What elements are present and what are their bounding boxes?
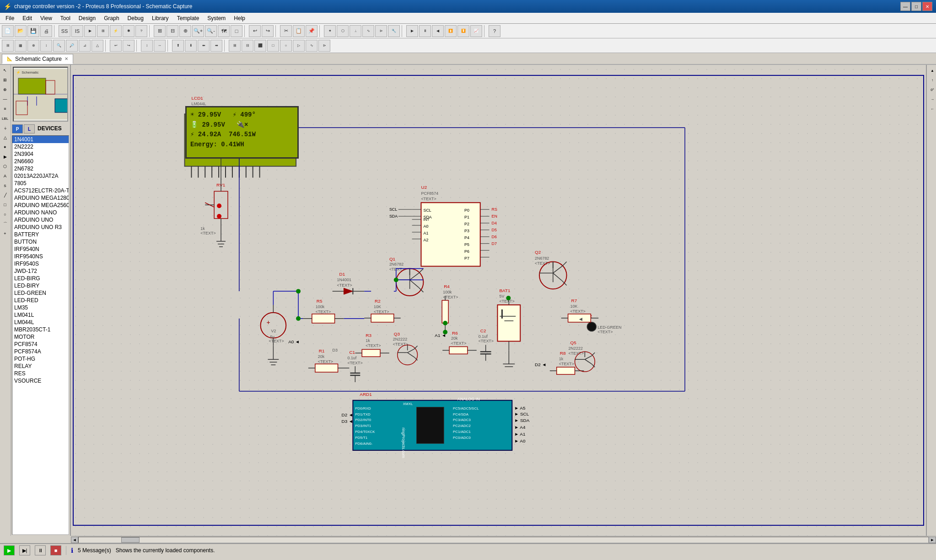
tool-btn4[interactable]: ⊞ bbox=[97, 25, 109, 37]
device-IRF9540NS[interactable]: IRF9540NS bbox=[12, 253, 69, 260]
sim-btn6[interactable]: 📈 bbox=[470, 25, 482, 37]
text-tool[interactable]: A bbox=[0, 171, 10, 181]
menu-graph[interactable]: Graph bbox=[100, 14, 123, 22]
t2-btn1[interactable]: ⊞ bbox=[2, 40, 14, 52]
t2-btn10[interactable]: ↪ bbox=[123, 40, 134, 52]
redo-btn[interactable]: ↪ bbox=[262, 25, 274, 37]
device-ACS712[interactable]: ACS712ELCTR-20A-T bbox=[12, 187, 69, 194]
play-button[interactable]: ▶ bbox=[4, 545, 15, 555]
device-tab-p[interactable]: P bbox=[12, 124, 23, 133]
device-MOTOR[interactable]: MOTOR bbox=[12, 333, 69, 341]
device-LEDBIRG[interactable]: LED-BIRG bbox=[12, 275, 69, 282]
menu-system[interactable]: System bbox=[204, 14, 229, 22]
right-tool-1[interactable]: ▲ bbox=[928, 66, 936, 75]
t2-btn12[interactable]: ↔ bbox=[154, 40, 166, 52]
bottom-scrollbar[interactable]: ◄ ► bbox=[71, 536, 936, 543]
minimize-button[interactable]: — bbox=[900, 2, 910, 11]
right-tool-5[interactable]: ← bbox=[928, 104, 936, 113]
right-tool-2[interactable]: ↑ bbox=[928, 75, 936, 85]
schematic-capture-tab[interactable]: 📐 Schematic Capture ✕ bbox=[2, 54, 73, 64]
t2-btn7[interactable]: ⊿ bbox=[79, 40, 91, 52]
tool-btn10[interactable]: ⬡ bbox=[337, 25, 349, 37]
right-tool-3[interactable]: 0° bbox=[928, 85, 936, 94]
device-POTHG[interactable]: POT-HG bbox=[12, 355, 69, 363]
menu-view[interactable]: View bbox=[37, 14, 56, 22]
sim-btn3[interactable]: ◀ bbox=[432, 25, 444, 37]
menu-template[interactable]: Template bbox=[173, 14, 203, 22]
device-ANANO[interactable]: ARDUINO NANO bbox=[12, 209, 69, 216]
open-btn[interactable]: 📂 bbox=[15, 25, 27, 37]
device-PCF8574[interactable]: PCF8574 bbox=[12, 341, 69, 348]
device-2N2222[interactable]: 2N2222 bbox=[12, 143, 69, 150]
ss-btn[interactable]: SS bbox=[59, 25, 70, 37]
device-RELAY[interactable]: RELAY bbox=[12, 363, 69, 370]
device-RES[interactable]: RES bbox=[12, 370, 69, 377]
script-tool[interactable]: S bbox=[0, 181, 10, 190]
menu-debug[interactable]: Debug bbox=[124, 14, 147, 22]
tool-btn3[interactable]: ▶ bbox=[84, 25, 96, 37]
zoom-box-btn[interactable]: □ bbox=[231, 25, 242, 37]
scroll-right-btn[interactable]: ► bbox=[929, 537, 936, 543]
sim-btn1[interactable]: ▶ bbox=[406, 25, 418, 37]
device-2N6782[interactable]: 2N6782 bbox=[12, 165, 69, 172]
marker-tool[interactable]: ✦ bbox=[0, 143, 10, 152]
select-tool[interactable]: ↖ bbox=[0, 66, 10, 75]
t2-btn2[interactable]: ▦ bbox=[15, 40, 27, 52]
device-BATTERY[interactable]: BATTERY bbox=[12, 231, 69, 238]
t2-btn6[interactable]: 🔎 bbox=[66, 40, 78, 52]
draw-circle[interactable]: ○ bbox=[0, 210, 10, 219]
t2-btn13[interactable]: ⬆ bbox=[172, 40, 184, 52]
sim-btn4[interactable]: ⏫ bbox=[445, 25, 457, 37]
horizontal-scrollbar[interactable] bbox=[78, 537, 929, 543]
t2-btn17[interactable]: ⊞ bbox=[229, 40, 241, 52]
tool-btn8[interactable]: ⊟ bbox=[167, 25, 178, 37]
paste-btn[interactable]: 📌 bbox=[306, 25, 317, 37]
menu-help[interactable]: Help bbox=[230, 14, 249, 22]
device-BUTTON[interactable]: BUTTON bbox=[12, 238, 69, 245]
tool-btn9[interactable]: ⊕ bbox=[179, 25, 191, 37]
draw-line[interactable]: ╱ bbox=[0, 191, 10, 200]
device-7805[interactable]: 7805 bbox=[12, 180, 69, 187]
bus-tool[interactable]: ≡ bbox=[0, 104, 10, 113]
t2-btn9[interactable]: ↩ bbox=[110, 40, 122, 52]
zoom-in-btn[interactable]: 🔍+ bbox=[192, 25, 204, 37]
device-2N6660[interactable]: 2N6660 bbox=[12, 158, 69, 165]
t2-btn11[interactable]: ↕ bbox=[141, 40, 153, 52]
help-btn[interactable]: ? bbox=[489, 25, 500, 37]
device-JWD172[interactable]: JWD-172 bbox=[12, 267, 69, 275]
step-button[interactable]: ▶| bbox=[19, 545, 30, 555]
marker-btn[interactable]: ✦ bbox=[324, 25, 336, 37]
t2-btn5[interactable]: 🔍 bbox=[53, 40, 65, 52]
device-AUNOR3[interactable]: ARDUINO UNO R3 bbox=[12, 224, 69, 231]
add-tool[interactable]: + bbox=[0, 229, 10, 238]
menu-design[interactable]: Design bbox=[75, 14, 99, 22]
schematic-area[interactable]: LCD1 LM044L <TEXT> ☀ 29.95V ⚡ 499° 🔋 29.… bbox=[71, 65, 926, 536]
is-btn[interactable]: IS bbox=[71, 25, 83, 37]
device-AMEGA1280[interactable]: ARDUINO MEGA1280 bbox=[12, 194, 69, 202]
tool-btn13[interactable]: ⊳ bbox=[375, 25, 387, 37]
tool-btn5[interactable]: ⚡ bbox=[110, 25, 122, 37]
tool-btn11[interactable]: ⟂ bbox=[350, 25, 361, 37]
t2-btn22[interactable]: ▷ bbox=[293, 40, 305, 52]
tool-btn12[interactable]: ∿ bbox=[362, 25, 374, 37]
port-tool[interactable]: ▶ bbox=[0, 152, 10, 161]
t2-btn21[interactable]: ○ bbox=[280, 40, 292, 52]
tab-close-btn[interactable]: ✕ bbox=[65, 56, 68, 61]
cut-btn[interactable]: ✂ bbox=[280, 25, 292, 37]
wire-tool[interactable]: — bbox=[0, 95, 10, 104]
device-02013A[interactable]: 02013A220JAT2A bbox=[12, 172, 69, 180]
device-PCF8574A[interactable]: PCF8574A bbox=[12, 348, 69, 355]
right-tool-4[interactable]: → bbox=[928, 95, 936, 104]
scroll-thumb[interactable] bbox=[121, 537, 140, 543]
sim-btn2[interactable]: ⏸ bbox=[419, 25, 431, 37]
device-list[interactable]: 1N4001 2N2222 2N3904 2N6660 2N6782 02013… bbox=[12, 135, 69, 535]
t2-btn23[interactable]: ∿ bbox=[306, 40, 317, 52]
menu-tool[interactable]: Tool bbox=[57, 14, 74, 22]
maximize-button[interactable]: □ bbox=[911, 2, 921, 11]
stop-button[interactable]: ■ bbox=[50, 545, 61, 555]
device-2N3904[interactable]: 2N3904 bbox=[12, 150, 69, 158]
device-AUNO[interactable]: ARDUINO UNO bbox=[12, 216, 69, 224]
t2-btn8[interactable]: △ bbox=[91, 40, 103, 52]
t2-btn14[interactable]: ⬇ bbox=[185, 40, 197, 52]
device-VSOURCE[interactable]: VSOURCE bbox=[12, 377, 69, 384]
